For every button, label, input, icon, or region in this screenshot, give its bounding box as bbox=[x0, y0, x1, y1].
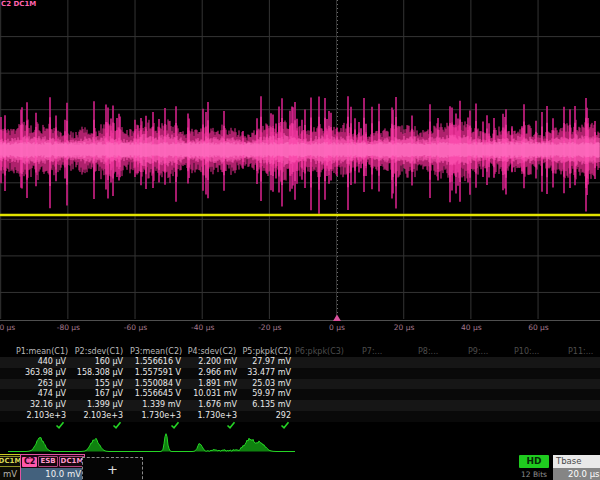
param-header-p1[interactable]: P1:mean(C1) bbox=[12, 346, 72, 357]
param-value: 33.477 mV bbox=[231, 368, 291, 379]
param-value: 1.557591 V bbox=[121, 368, 181, 379]
param-value: 1.399 µV bbox=[63, 400, 123, 411]
param-stat-row: 363.98 µV158.308 µV1.557591 V2.966 mV33.… bbox=[0, 368, 600, 379]
param-stat-row: 2.103e+32.103e+31.730e+31.730e+3292 bbox=[0, 411, 600, 422]
time-tick-label: -20 µs bbox=[258, 323, 281, 332]
c2-label: C2 bbox=[22, 457, 37, 467]
param-stat-row: 32.16 µV1.399 µV1.339 mV1.676 mV6.135 mV bbox=[0, 400, 600, 411]
c2-scale-value: 10.0 mV bbox=[21, 468, 84, 480]
trigger-position-marker[interactable] bbox=[330, 312, 344, 322]
time-tick-label: 40 µs bbox=[461, 323, 482, 332]
time-tick-label: 0 µs bbox=[329, 323, 345, 332]
param-value: 158.308 µV bbox=[63, 368, 123, 379]
param-header-p4[interactable]: P4:sdev(C2) bbox=[182, 346, 242, 357]
param-value: 1.676 mV bbox=[177, 400, 237, 411]
time-tick-label: -40 µs bbox=[191, 323, 214, 332]
c1-badge-row: C1 ESB DC1M bbox=[0, 455, 20, 468]
param-value: 2.966 mV bbox=[177, 368, 237, 379]
param-value: 160 µV bbox=[63, 357, 123, 368]
time-tick-label: 20 µs bbox=[394, 323, 415, 332]
time-tick-label: 60 µs bbox=[528, 323, 549, 332]
param-header-p8[interactable]: P8:... bbox=[418, 346, 474, 357]
c2-badge-esb: ESB bbox=[38, 456, 57, 467]
param-value: 167 µV bbox=[63, 389, 123, 400]
param-value: 10.031 mV bbox=[177, 389, 237, 400]
param-value: 59.97 mV bbox=[231, 389, 291, 400]
histicon-strip bbox=[0, 428, 600, 455]
param-value: 32.16 µV bbox=[6, 400, 66, 411]
descriptor-bar: C1 ESB DC1M 10.0 mV C2 ESB DC1M 10.0 mV … bbox=[0, 454, 600, 480]
param-value: 155 µV bbox=[63, 379, 123, 390]
param-header-p3[interactable]: P3:mean(C2) bbox=[126, 346, 186, 357]
timebase-title: Tbase bbox=[553, 455, 600, 468]
param-value: 1.891 mV bbox=[177, 379, 237, 390]
param-stat-row: 440 µV160 µV1.556616 V2.200 mV27.97 mV bbox=[0, 357, 600, 368]
param-header-p6[interactable]: P6:pkpk(C3) bbox=[295, 346, 351, 357]
add-trace-button[interactable]: + bbox=[82, 457, 143, 480]
param-header-p11[interactable]: P11:... bbox=[568, 346, 600, 357]
oscilloscope-screen: C2 DC1M -100 µs-80 µs-60 µs-40 µs-20 µs0… bbox=[0, 0, 600, 480]
time-axis: -100 µs-80 µs-60 µs-40 µs-20 µs0 µs20 µs… bbox=[0, 320, 600, 336]
channel-descriptor-c2[interactable]: C2 ESB DC1M 10.0 mV bbox=[20, 454, 85, 480]
param-header-p7[interactable]: P7:... bbox=[362, 346, 418, 357]
histicon-graphs bbox=[0, 428, 600, 455]
param-header-p2[interactable]: P2:sdev(C1) bbox=[69, 346, 129, 357]
param-value: 27.97 mV bbox=[231, 357, 291, 368]
param-value: 2.200 mV bbox=[177, 357, 237, 368]
time-tick-label: -80 µs bbox=[57, 323, 80, 332]
measurement-table: P1:mean(C1)P2:sdev(C1)P3:mean(C2)P4:sdev… bbox=[0, 340, 600, 432]
waveform-grid-area[interactable]: C2 DC1M bbox=[0, 0, 600, 320]
param-value: 474 µV bbox=[6, 389, 66, 400]
hd-mode-badge[interactable]: HD bbox=[519, 455, 549, 468]
hd-bits-label: 12 Bits bbox=[517, 470, 551, 479]
timebase-descriptor[interactable]: Tbase 20.0 µs bbox=[553, 455, 600, 480]
time-tick-label: -100 µs bbox=[0, 323, 15, 332]
time-tick-label: -60 µs bbox=[124, 323, 147, 332]
param-value: 1.339 mV bbox=[121, 400, 181, 411]
param-value: 263 µV bbox=[6, 379, 66, 390]
param-value: 6.135 mV bbox=[231, 400, 291, 411]
param-value: 363.98 µV bbox=[6, 368, 66, 379]
param-stat-row: 474 µV167 µV1.556645 V10.031 mV59.97 mV bbox=[0, 389, 600, 400]
timebase-scale-value: 20.0 µs bbox=[553, 468, 600, 480]
waveform-traces bbox=[0, 0, 600, 336]
param-stat-row: 263 µV155 µV1.550084 V1.891 mV25.03 mV bbox=[0, 379, 600, 390]
trace-annotation-label: C2 DC1M bbox=[1, 0, 36, 8]
param-value: 1.556616 V bbox=[121, 357, 181, 368]
param-header-p5[interactable]: P5:pkpk(C2) bbox=[237, 346, 297, 357]
c2-badge-row: C2 ESB DC1M bbox=[21, 455, 84, 468]
param-value: 1.550084 V bbox=[121, 379, 181, 390]
c1-scale-value: 10.0 mV bbox=[0, 468, 20, 480]
param-value: 25.03 mV bbox=[231, 379, 291, 390]
param-header-p10[interactable]: P10:... bbox=[514, 346, 570, 357]
param-value: 440 µV bbox=[6, 357, 66, 368]
channel-descriptor-c1[interactable]: C1 ESB DC1M 10.0 mV bbox=[0, 454, 21, 480]
param-value: 1.556645 V bbox=[121, 389, 181, 400]
